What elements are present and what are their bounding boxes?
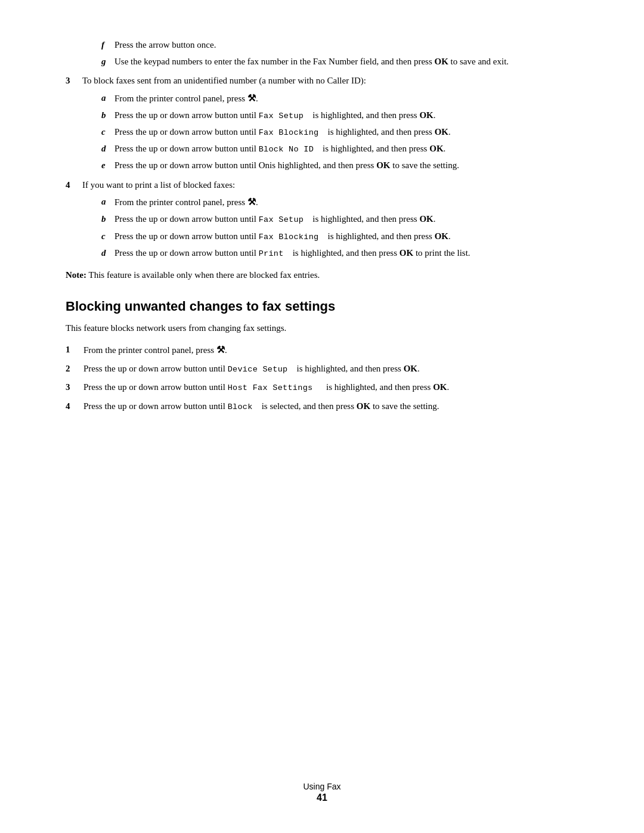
fg-list: f Press the arrow button once. g Use the…	[101, 38, 578, 68]
content-g: Use the keypad numbers to enter the fax …	[114, 55, 578, 69]
blocking-step4-content: Press the up or down arrow button until …	[83, 400, 578, 413]
menu-fax-blocking-3c: Fax Blocking	[259, 128, 319, 137]
step4-text: If you want to print a list of blocked f…	[82, 178, 578, 192]
step3-a: a From the printer control panel, press …	[101, 91, 578, 106]
menu-block: Block	[228, 402, 253, 411]
label-3c: c	[101, 125, 114, 139]
blocking-step-4: 4 Press the up or down arrow button unti…	[66, 400, 578, 413]
note-text: This feature is available only when ther…	[86, 270, 320, 280]
section-heading: Blocking unwanted changes to fax setting…	[66, 299, 578, 314]
step4-label: 4	[66, 178, 82, 192]
label-3a: a	[101, 91, 114, 106]
step3-d: d Press the up or down arrow button unti…	[101, 142, 578, 156]
label-f: f	[101, 38, 114, 52]
wrench-icon-b1: ⚒	[216, 345, 225, 355]
content-3a: From the printer control panel, press ⚒.	[114, 91, 578, 106]
content-3c: Press the up or down arrow button until …	[114, 125, 578, 139]
content-4d: Press the up or down arrow button until …	[114, 246, 578, 260]
page-footer: Using Fax 41	[0, 782, 644, 803]
label-4a: a	[101, 195, 114, 209]
step-4: 4 If you want to print a list of blocked…	[66, 178, 578, 192]
step4-a: a From the printer control panel, press …	[101, 195, 578, 209]
content-f: Press the arrow button once.	[114, 38, 578, 52]
menu-device-setup: Device Setup	[228, 365, 288, 374]
label-g: g	[101, 55, 114, 69]
step-3: 3 To block faxes sent from an unidentifi…	[66, 74, 578, 88]
blocking-step-2: 2 Press the up or down arrow button unti…	[66, 362, 578, 376]
content-4b: Press the up or down arrow button until …	[114, 212, 578, 226]
blocking-steps-list: 1 From the printer control panel, press …	[66, 343, 578, 413]
content-3d: Press the up or down arrow button until …	[114, 142, 578, 156]
note: Note: This feature is available only whe…	[66, 268, 578, 282]
label-3e: e	[101, 159, 114, 172]
page: f Press the arrow button once. g Use the…	[0, 0, 644, 833]
wrench-icon-3a: ⚒	[247, 93, 256, 103]
blocking-step-3: 3 Press the up or down arrow button unti…	[66, 380, 578, 394]
label-4b: b	[101, 212, 114, 226]
label-4c: c	[101, 230, 114, 243]
note-label: Note:	[66, 270, 86, 280]
content-4c: Press the up or down arrow button until …	[114, 230, 578, 243]
footer-page-number: 41	[0, 792, 644, 803]
step3-text: To block faxes sent from an unidentified…	[82, 74, 578, 88]
blocking-step1-label: 1	[66, 343, 83, 357]
item-g: g Use the keypad numbers to enter the fa…	[101, 55, 578, 69]
step4-c: c Press the up or down arrow button unti…	[101, 230, 578, 243]
blocking-step3-content: Press the up or down arrow button until …	[83, 380, 578, 394]
menu-print: Print	[259, 249, 284, 258]
step4-b: b Press the up or down arrow button unti…	[101, 212, 578, 226]
menu-fax-setup-4b: Fax Setup	[259, 215, 304, 224]
label-4d: d	[101, 246, 114, 260]
footer-label: Using Fax	[0, 782, 644, 791]
label-3d: d	[101, 142, 114, 156]
section-intro: This feature blocks network users from c…	[66, 321, 578, 335]
step3-c: c Press the up or down arrow button unti…	[101, 125, 578, 139]
step3-label: 3	[66, 74, 82, 88]
step3-sublist: a From the printer control panel, press …	[101, 91, 578, 172]
blocking-step2-content: Press the up or down arrow button until …	[83, 362, 578, 376]
menu-block-no-id: Block No ID	[259, 145, 314, 154]
step3-b: b Press the up or down arrow button unti…	[101, 109, 578, 122]
step4-sublist: a From the printer control panel, press …	[101, 195, 578, 260]
step4-d: d Press the up or down arrow button unti…	[101, 246, 578, 260]
menu-host-fax-settings: Host Fax Settings	[228, 383, 313, 392]
item-f: f Press the arrow button once.	[101, 38, 578, 52]
menu-fax-blocking-4c: Fax Blocking	[259, 233, 319, 241]
content-3e: Press the up or down arrow button until …	[114, 159, 578, 172]
blocking-step2-label: 2	[66, 362, 83, 376]
content-4a: From the printer control panel, press ⚒.	[114, 195, 578, 209]
step3-e: e Press the up or down arrow button unti…	[101, 159, 578, 172]
label-3b: b	[101, 109, 114, 122]
content-3b: Press the up or down arrow button until …	[114, 109, 578, 122]
blocking-step1-content: From the printer control panel, press ⚒.	[83, 343, 578, 357]
content: f Press the arrow button once. g Use the…	[66, 38, 578, 413]
wrench-icon-4a: ⚒	[247, 197, 256, 207]
blocking-step4-label: 4	[66, 400, 83, 413]
blocking-step-1: 1 From the printer control panel, press …	[66, 343, 578, 357]
menu-fax-setup-3b: Fax Setup	[259, 112, 304, 120]
blocking-step3-label: 3	[66, 380, 83, 394]
